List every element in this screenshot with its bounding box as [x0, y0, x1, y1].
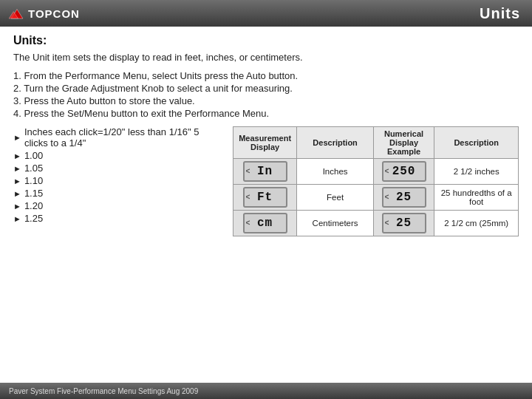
display-box-ft: Ft: [243, 187, 287, 208]
footer: Paver System Five-Performance Menu Setti…: [0, 383, 532, 399]
desc-right-2: 25 hundredths of a foot: [434, 185, 519, 211]
main-content: Units: The Unit item sets the display to…: [0, 27, 532, 239]
numerical-display-3: 25: [373, 211, 434, 236]
desc-right-1: 2 1/2 inches: [434, 159, 519, 185]
table-header-row: Measurement Display Description Numerica…: [233, 127, 518, 159]
logo-text: TOPCON: [28, 7, 80, 20]
bullet-1: ► 1.00: [13, 150, 224, 161]
col-header-3: Numerical Display Example: [373, 127, 434, 159]
measurement-display-3: cm: [233, 211, 297, 236]
numerical-box-in: 250: [382, 161, 426, 182]
logo-area: TOPCON: [9, 7, 80, 20]
topcon-logo-icon: [9, 7, 25, 20]
measurement-table: Measurement Display Description Numerica…: [233, 126, 519, 236]
bullet-3: ► 1.10: [13, 175, 224, 186]
display-box-cm: cm: [243, 213, 287, 233]
steps-list: From the Performance Menu, select Units …: [13, 70, 519, 119]
bullet-2: ► 1.05: [13, 163, 224, 174]
page-title: Units: [480, 5, 520, 22]
bullet-4: ► 1.15: [13, 188, 224, 199]
arrow-icon-0: ►: [13, 133, 21, 142]
bullet-5: ► 1.20: [13, 200, 224, 211]
step-4: Press the Set/Menu button to exit the Pe…: [13, 108, 519, 119]
arrow-icon-6: ►: [13, 214, 21, 223]
arrow-icon-3: ►: [13, 177, 21, 185]
arrow-icon-5: ►: [13, 202, 21, 211]
arrow-icon-1: ►: [13, 151, 21, 160]
table-row: cm Centimeters 25 2 1/2 cm (25mm): [233, 211, 518, 236]
numerical-display-2: 25: [373, 185, 434, 211]
header-bar: TOPCON Units: [0, 0, 532, 27]
col-header-1: Measurement Display: [233, 127, 297, 159]
step-1: From the Performance Menu, select Units …: [13, 70, 519, 81]
bullet-0: ► Inches each click=1/20" less than 1/16…: [13, 126, 224, 149]
desc-right-3: 2 1/2 cm (25mm): [434, 211, 519, 236]
section-title: Units:: [13, 34, 519, 47]
table-row: In Inches 250 2 1/2 inches: [233, 159, 518, 185]
col-header-2: Description: [297, 127, 373, 159]
step-3: Press the Auto button to store the value…: [13, 95, 519, 106]
arrow-icon-2: ►: [13, 164, 21, 173]
description-text: The Unit item sets the display to read i…: [13, 52, 519, 63]
numerical-display-1: 250: [373, 159, 434, 185]
description-2: Feet: [297, 185, 373, 211]
table-row: Ft Feet 25 25 hundredths of a foot: [233, 185, 518, 211]
footer-text: Paver System Five-Performance Menu Setti…: [9, 387, 198, 395]
numerical-box-ft: 25: [382, 187, 426, 208]
arrow-icon-4: ►: [13, 189, 21, 198]
measurement-display-2: Ft: [233, 185, 297, 211]
bullets-section: ► Inches each click=1/20" less than 1/16…: [13, 126, 224, 225]
display-box-in: In: [243, 161, 287, 182]
step-2: Turn the Grade Adjustment Knob to select…: [13, 83, 519, 94]
bullet-6: ► 1.25: [13, 213, 224, 224]
measurement-display-1: In: [233, 159, 297, 185]
description-3: Centimeters: [297, 211, 373, 236]
bullets-and-table: ► Inches each click=1/20" less than 1/16…: [13, 126, 519, 236]
description-1: Inches: [297, 159, 373, 185]
col-header-4: Description: [434, 127, 519, 159]
numerical-box-cm: 25: [382, 213, 426, 233]
